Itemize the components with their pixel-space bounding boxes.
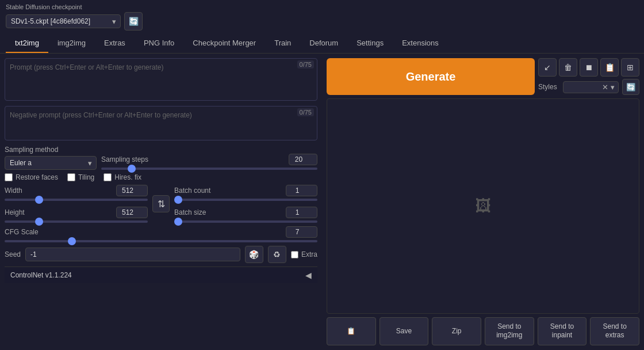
save-button[interactable]: Save [379, 317, 429, 345]
zip-icon-button[interactable]: ⊞ [621, 58, 639, 77]
styles-clear-icon[interactable]: ✕ [602, 83, 608, 92]
tab-extensions[interactable]: Extensions [393, 34, 448, 53]
checkpoint-label: Stable Diffusion checkpoint [6, 3, 143, 10]
negative-prompt-area: 0/75 [5, 106, 317, 142]
generate-button[interactable]: Generate [327, 58, 535, 95]
batch-count-value[interactable] [286, 185, 317, 196]
negative-prompt-input[interactable] [5, 106, 317, 140]
tab-txt2img[interactable]: txt2img [6, 34, 48, 53]
tiling-checkbox[interactable]: Tiling [67, 173, 94, 181]
batch-count-slider[interactable] [174, 199, 317, 201]
tab-extras[interactable]: Extras [95, 34, 135, 53]
tab-img2img[interactable]: img2img [48, 34, 95, 53]
trash-icon-button[interactable]: 🗑 [559, 58, 577, 77]
copy-icon-button[interactable]: 📋 [600, 58, 619, 77]
extra-seed-checkbox[interactable]: Extra [291, 250, 317, 258]
tab-train[interactable]: Train [265, 34, 300, 53]
neg-prompt-token-count: 0/75 [297, 108, 314, 116]
send-to-extras-button[interactable]: Send toextras [590, 317, 639, 345]
batch-size-slider[interactable] [174, 220, 317, 223]
checkpoint-select[interactable]: SDv1-5.ckpt [4c86efd062] [6, 14, 121, 28]
seed-recycle-button[interactable]: ♻ [268, 246, 286, 263]
checkpoint-refresh-button[interactable]: 🔄 [124, 12, 143, 31]
prompt-area: 0/75 [5, 58, 317, 102]
action-buttons: ↙ 🗑 ⏹ 📋 ⊞ Styles ✕ ▾ 🔄 [538, 58, 639, 95]
sampling-method-group: Sampling method Euler a Euler LMS [5, 146, 97, 170]
send-to-img2img-button[interactable]: Send toimg2img [485, 317, 534, 345]
cfg-scale-group: CFG Scale [5, 226, 317, 242]
seed-input[interactable] [25, 248, 240, 261]
prompt-input[interactable] [5, 58, 317, 101]
nav-tabs: txt2img img2img Extras PNG Info Checkpoi… [0, 34, 644, 54]
image-placeholder-icon: 🖼 [475, 196, 491, 215]
sampling-steps-group: Sampling steps [101, 154, 317, 170]
checkpoint-select-wrapper: SDv1-5.ckpt [4c86efd062] ▾ [6, 14, 121, 28]
batch-size-value[interactable] [286, 207, 317, 218]
tab-checkpoint-merger[interactable]: Checkpoint Merger [183, 34, 265, 53]
controlnet-label: ControlNet v1.1.224 [10, 271, 72, 279]
sampling-select-wrapper: Euler a Euler LMS [5, 156, 97, 170]
sampling-steps-slider[interactable] [101, 168, 317, 170]
batch-count-label: Batch count [174, 187, 210, 195]
left-panel: 0/75 0/75 Sampling method Euler a Euler … [0, 54, 322, 350]
styles-label: Styles [538, 83, 557, 91]
sampling-select[interactable]: Euler a Euler LMS [5, 156, 97, 170]
tab-settings[interactable]: Settings [347, 34, 393, 53]
stop-icon-button[interactable]: ⏹ [580, 58, 598, 77]
swap-dimensions-button[interactable]: ⇅ [152, 195, 170, 212]
right-panel: Generate ↙ 🗑 ⏹ 📋 ⊞ Styles ✕ [322, 54, 644, 350]
checkboxes-row: Restore faces Tiling Hires. fix [5, 173, 317, 181]
arrows-icon-button[interactable]: ↙ [538, 58, 557, 77]
styles-dropdown-icon[interactable]: ▾ [611, 83, 615, 92]
cfg-scale-label: CFG Scale [5, 228, 39, 236]
hires-fix-checkbox[interactable]: Hires. fix [103, 173, 141, 181]
sampling-method-label: Sampling method [5, 146, 97, 154]
cfg-scale-value[interactable] [286, 226, 317, 238]
controlnet-toggle-icon[interactable]: ◀ [305, 271, 312, 280]
sampling-steps-value[interactable] [289, 154, 317, 165]
height-label: Height [5, 208, 25, 216]
tab-deforum[interactable]: Deforum [300, 34, 347, 53]
bottom-buttons: 📋 Save Zip Send toimg2img Send toinpaint… [327, 317, 639, 345]
height-slider[interactable] [5, 220, 148, 223]
prompt-token-count: 0/75 [297, 60, 314, 69]
batch-size-label: Batch size [174, 208, 206, 216]
width-label: Width [5, 187, 22, 195]
sampling-steps-label: Sampling steps [101, 155, 148, 163]
send-to-inpaint-button[interactable]: Send toinpaint [538, 317, 587, 345]
main-content: 0/75 0/75 Sampling method Euler a Euler … [0, 54, 644, 350]
width-value[interactable] [116, 185, 148, 196]
width-slider[interactable] [5, 199, 148, 201]
tab-png-info[interactable]: PNG Info [135, 34, 183, 53]
restore-faces-checkbox[interactable]: Restore faces [5, 173, 58, 181]
seed-label: Seed [5, 250, 21, 258]
height-value[interactable] [116, 207, 148, 218]
seed-dice-button[interactable]: 🎲 [245, 246, 263, 263]
cfg-scale-slider[interactable] [5, 240, 317, 242]
styles-refresh-button[interactable]: 🔄 [622, 79, 639, 95]
top-bar: Stable Diffusion checkpoint SDv1-5.ckpt … [0, 0, 644, 34]
width-group: Width Height [5, 185, 148, 223]
controlnet-bar: ControlNet v1.1.224 ◀ [5, 267, 317, 283]
image-preview: 🖼 [327, 98, 639, 314]
send-clipboard-button[interactable]: 📋 [327, 317, 376, 345]
zip-button[interactable]: Zip [432, 317, 481, 345]
generate-area: Generate ↙ 🗑 ⏹ 📋 ⊞ Styles ✕ [327, 58, 639, 95]
batch-group: Batch count Batch size [174, 185, 317, 223]
seed-row: Seed 🎲 ♻ Extra [5, 246, 317, 263]
